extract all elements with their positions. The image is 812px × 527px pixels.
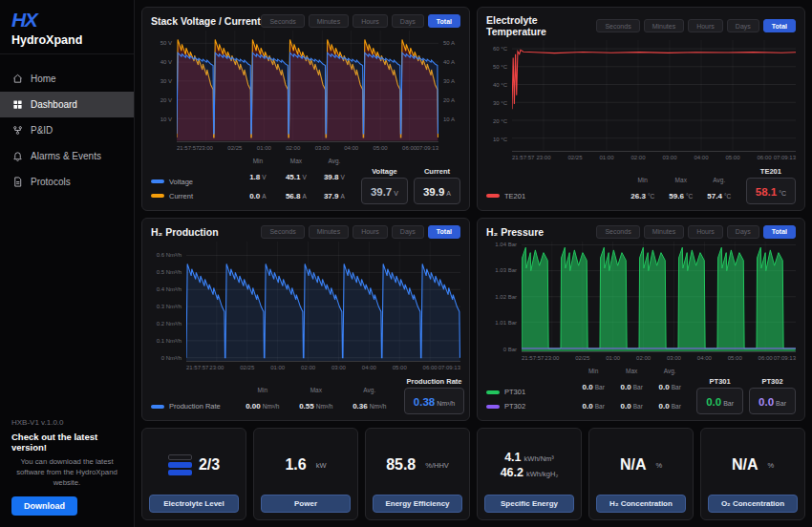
kpi-card-h2-concentration: N/A%H₂ Concentration <box>588 428 694 520</box>
kpi-unit: kWh/Nm³ <box>524 454 554 463</box>
x-tick-label: 05:00 <box>728 355 742 361</box>
legend-item-te201[interactable]: TE201 <box>486 192 525 200</box>
legend-item-pt301[interactable]: PT301 <box>486 388 525 396</box>
y-tick-label: 1.04 Bar <box>495 242 517 247</box>
stats-headers: MinMaxAvg. <box>624 177 738 183</box>
home-icon <box>12 74 23 84</box>
time-button-hours[interactable]: Hours <box>688 19 723 32</box>
panel-title: H₂ Production <box>151 226 219 238</box>
kpi-label-specific-energy[interactable]: Specific Energy <box>484 495 574 513</box>
x-tick-label: 02:00 <box>286 145 300 151</box>
value-box-unit: Nm³/h <box>437 400 455 407</box>
chart-legend: Production Rate <box>151 402 221 411</box>
x-tick-label: 21:57:57 <box>177 145 199 151</box>
kpi-label-electrolyte-level[interactable]: Electrolyte Level <box>149 495 239 513</box>
kpi-label-o2-concentration[interactable]: O₂ Concentration <box>708 495 798 513</box>
update-headline: Check out the latest version! <box>11 432 122 453</box>
kpi-label-h2-concentration[interactable]: H₂ Concentration <box>596 495 686 513</box>
kpi-value-area: 1.6kW <box>285 435 326 495</box>
sidebar-item-alarms-events[interactable]: Alarms & Events <box>0 143 134 169</box>
stats-table: MinMaxAvg.1.8V45.1V39.8V0.0A56.8A37.9A <box>239 158 353 202</box>
sidebar-item-home[interactable]: Home <box>0 66 134 92</box>
kpi-label-energy-efficiency[interactable]: Energy Efficiency <box>373 495 462 513</box>
kpi-card-energy-efficiency: 85.8%/HHVEnergy Efficiency <box>365 428 470 520</box>
stat-value: 0.00Nm³/h <box>236 395 289 412</box>
y-tick-label: 30 A <box>443 78 455 84</box>
stat-unit: Nm³/h <box>370 403 387 410</box>
time-button-total[interactable]: Total <box>763 19 796 32</box>
time-button-seconds[interactable]: Seconds <box>261 225 304 239</box>
kpi-value-area: 85.8%/HHV <box>386 435 449 495</box>
x-tick-label: 04:00 <box>362 365 376 370</box>
kpi-label-power[interactable]: Power <box>261 495 351 513</box>
y-tick-label: 50 V <box>160 40 172 46</box>
time-button-seconds[interactable]: Seconds <box>596 225 639 239</box>
time-button-total[interactable]: Total <box>763 225 796 239</box>
kpi-line: 46.2kWh/kgH₂ <box>501 466 559 479</box>
stat-unit: Bar <box>633 384 643 390</box>
time-button-seconds[interactable]: Seconds <box>261 14 304 28</box>
y-tick-label: 1.03 Bar <box>495 267 517 273</box>
legend-item-pt302[interactable]: PT302 <box>486 402 525 411</box>
stats-table: MinMaxAvg.0.00Nm³/h0.55Nm³/h0.36Nm³/h <box>236 387 396 412</box>
x-tick-label: 04:00 <box>697 355 712 361</box>
time-button-days[interactable]: Days <box>392 14 424 28</box>
brand: HX HydroXpand <box>0 0 134 54</box>
x-tick-label: 23:00 <box>209 365 224 370</box>
legend-item-current[interactable]: Current <box>151 192 193 200</box>
time-button-hours[interactable]: Hours <box>688 225 723 239</box>
value-box-number: 39.7 <box>371 186 392 198</box>
stat-number: 59.6 <box>669 192 684 200</box>
time-button-total[interactable]: Total <box>428 14 460 28</box>
kpi-card-o2-concentration: N/A%O₂ Concentration <box>700 428 805 520</box>
stat-unit: A <box>262 193 266 200</box>
legend-swatch <box>486 390 500 394</box>
time-button-minutes[interactable]: Minutes <box>644 225 685 239</box>
chart-plot <box>522 242 796 353</box>
legend-item-production-rate[interactable]: Production Rate <box>151 402 221 411</box>
stat-value: 39.8V <box>315 166 353 183</box>
x-tick-label: 21:57:57 <box>186 365 208 370</box>
stat-unit: Nm³/h <box>263 403 280 410</box>
kpi-unit: % <box>767 461 774 470</box>
time-button-minutes[interactable]: Minutes <box>309 225 350 239</box>
stat-number: 57.4 <box>707 192 722 200</box>
bell-icon <box>12 151 23 161</box>
x-tick-label: 06:00 <box>757 155 771 160</box>
time-button-minutes[interactable]: Minutes <box>309 14 350 28</box>
stat-value: 0.36Nm³/h <box>343 395 396 412</box>
chart-plot <box>186 242 460 363</box>
time-button-seconds[interactable]: Seconds <box>596 19 639 32</box>
x-tick-label: 01:00 <box>606 355 620 361</box>
stat-number: 0.36 <box>353 402 368 411</box>
level-bar <box>168 454 192 460</box>
time-button-hours[interactable]: Hours <box>353 225 388 239</box>
kpi-card-specific-energy: 4.1kWh/Nm³46.2kWh/kgH₂Specific Energy <box>477 428 582 520</box>
time-button-hours[interactable]: Hours <box>353 14 388 28</box>
stat-number: 0.0 <box>621 383 631 391</box>
stat-unit: Nm³/h <box>316 403 333 410</box>
value-box: 0.38Nm³/h <box>404 388 464 414</box>
legend-item-voltage[interactable]: Voltage <box>151 178 193 186</box>
value-box-voltage: Voltage39.7V <box>361 167 408 204</box>
x-tick-label: 01:00 <box>599 155 613 160</box>
download-button[interactable]: Download <box>11 496 77 516</box>
time-button-total[interactable]: Total <box>428 225 460 239</box>
time-range-buttons: SecondsMinutesHoursDaysTotal <box>596 19 796 32</box>
stats-headers: MinMaxAvg. <box>239 158 353 164</box>
time-button-days[interactable]: Days <box>727 225 759 239</box>
time-button-days[interactable]: Days <box>727 19 759 32</box>
sidebar-item-dashboard[interactable]: Dashboard <box>0 92 134 117</box>
stat-number: 56.8 <box>286 192 301 200</box>
x-tick-label: 01:00 <box>257 145 271 151</box>
stat-unit: A <box>340 193 344 200</box>
stat-number: 0.0 <box>583 383 593 391</box>
sidebar-item-protocols[interactable]: Protocols <box>0 169 134 195</box>
time-button-days[interactable]: Days <box>392 225 424 239</box>
app-logo: HX <box>11 9 122 32</box>
kpi-value: 4.1 <box>504 451 521 464</box>
time-button-minutes[interactable]: Minutes <box>644 19 685 32</box>
stats-headers: MinMaxAvg. <box>574 368 689 374</box>
sidebar-item-p-id[interactable]: P&ID <box>0 117 134 143</box>
stat-value: 37.9A <box>315 185 353 202</box>
